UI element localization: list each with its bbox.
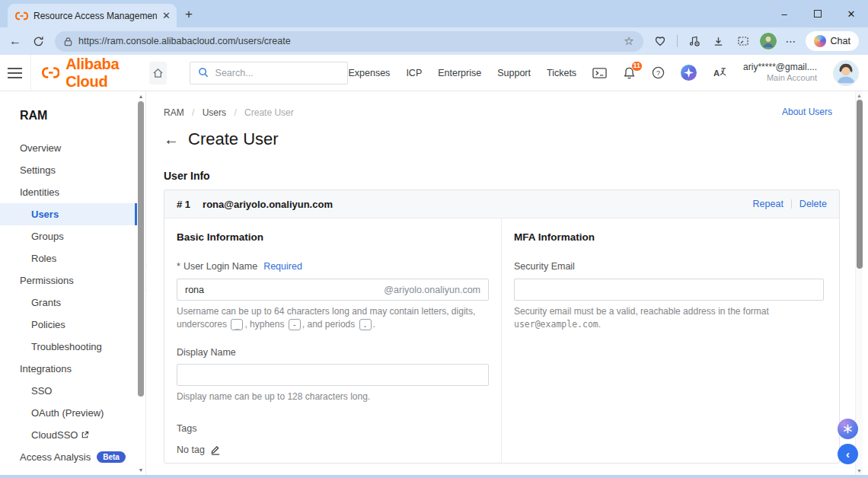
nav-support[interactable]: Support [497, 68, 531, 78]
browser-profile-avatar[interactable] [760, 33, 777, 49]
no-tag-text: No tag [177, 445, 205, 455]
security-email-label: Security Email [514, 261, 824, 272]
hamburger-menu-icon[interactable] [0, 55, 31, 91]
account-menu[interactable]: ariy*****@gmail.... Main Account [743, 62, 817, 84]
breadcrumb-ram[interactable]: RAM [164, 107, 184, 118]
content-scroll-up-icon[interactable]: ▲ [856, 93, 863, 98]
sidebar-item-policies[interactable]: Policies [0, 314, 137, 336]
sidebar-item-groups[interactable]: Groups [0, 225, 137, 247]
security-email-input[interactable] [522, 285, 815, 295]
copilot-chat-button[interactable]: Chat [806, 31, 859, 51]
brand-text: Alibaba Cloud [65, 56, 139, 91]
display-name-input[interactable] [185, 370, 480, 381]
sidebar-item-overview[interactable]: Overview [0, 137, 137, 159]
repeat-button[interactable]: Repeat [753, 199, 783, 209]
sidebar-title: RAM [20, 109, 145, 123]
svg-text:?: ? [656, 69, 660, 77]
search-input[interactable] [215, 68, 340, 78]
new-tab-button[interactable]: + [185, 7, 193, 22]
back-button[interactable]: ← [9, 35, 21, 47]
display-name-hint: Display name can be up to 128 characters… [177, 390, 489, 403]
browser-essentials-icon[interactable] [653, 35, 668, 47]
cloudshell-icon[interactable] [592, 67, 607, 79]
screenshot-icon[interactable] [736, 35, 751, 47]
downloads-icon[interactable] [711, 36, 726, 47]
sidebar: RAM Overview Settings Identities Users G… [0, 91, 146, 475]
console-search[interactable] [190, 62, 349, 84]
reload-button[interactable] [30, 36, 46, 47]
nav-icp[interactable]: ICP [406, 68, 422, 78]
account-avatar[interactable] [833, 60, 859, 86]
beta-badge: Beta [97, 451, 126, 463]
login-domain-suffix: @ariyolo.onaliyun.com [384, 285, 480, 295]
login-name-hint: Username can be up to 64 characters long… [177, 305, 489, 331]
browser-menu-icon[interactable]: ⋯ [786, 36, 796, 46]
sidebar-item-permissions[interactable]: Permissions [0, 269, 137, 292]
browser-tab[interactable]: Resource Access Management Con ✕ [8, 4, 177, 27]
sidebar-item-cloudsso[interactable]: CloudSSO [0, 424, 137, 446]
sidebar-item-users[interactable]: Users [0, 203, 137, 225]
content-scrollbar-thumb[interactable] [857, 100, 863, 269]
favorite-star-icon[interactable]: ☆ [624, 34, 633, 48]
page-back-arrow[interactable]: ← [164, 132, 179, 147]
security-email-field[interactable] [514, 279, 824, 301]
nav-tickets[interactable]: Tickets [547, 68, 576, 78]
nav-enterprise[interactable]: Enterprise [438, 68, 481, 78]
home-button[interactable] [149, 62, 166, 84]
display-name-field[interactable] [177, 364, 489, 386]
tags-label: Tags [177, 423, 489, 434]
content-scrollbar[interactable]: ▲ ▼ [855, 91, 863, 475]
alibaba-cloud-logo[interactable]: Alibaba Cloud [42, 56, 139, 91]
breadcrumb-users[interactable]: Users [203, 107, 226, 118]
notification-count-badge: 11 [631, 61, 643, 72]
about-users-link[interactable]: About Users [782, 107, 832, 117]
sidebar-scrollbar-thumb[interactable] [138, 101, 144, 397]
help-icon[interactable]: ? [652, 66, 665, 79]
account-email: ariy*****@gmail.... [743, 62, 817, 73]
svg-text:A: A [713, 69, 720, 78]
ai-assistant-button[interactable] [838, 419, 858, 439]
community-icon[interactable] [681, 65, 697, 81]
window-maximize-button[interactable] [801, 8, 834, 20]
browser-titlebar: Resource Access Management Con ✕ + – ✕ [0, 0, 868, 27]
security-email-hint: Security email must be a valid, reachabl… [514, 305, 824, 331]
sidebar-item-sso[interactable]: SSO [0, 380, 137, 402]
tab-close-icon[interactable]: ✕ [162, 11, 171, 21]
kbd-period: . [359, 319, 372, 330]
login-name-label: *User Login NameRequired [177, 261, 489, 272]
console-header: Alibaba Cloud Expenses ICP Enterprise Su… [0, 55, 868, 91]
sidebar-item-grants[interactable]: Grants [0, 292, 137, 314]
sidebar-item-roles[interactable]: Roles [0, 247, 137, 269]
sidebar-item-oauth[interactable]: OAuth (Preview) [0, 402, 137, 424]
sidebar-scrollbar[interactable]: ▲ ▼ [137, 91, 145, 475]
notifications-bell-icon[interactable]: 11 [623, 66, 636, 80]
basic-information-heading: Basic Information [177, 231, 489, 243]
display-name-label: Display Name [177, 347, 489, 358]
account-type: Main Account [743, 73, 817, 84]
expand-panel-button[interactable]: ‹ [838, 444, 858, 464]
user-full-login: rona@ariyolo.onaliyun.com [203, 199, 333, 210]
content-scroll-down-icon[interactable]: ▼ [856, 468, 863, 473]
address-bar[interactable]: https://ram.console.alibabacloud.com/use… [55, 31, 643, 52]
login-name-field[interactable]: @ariyolo.onaliyun.com [177, 279, 489, 301]
user-card: # 1 rona@ariyolo.onaliyun.com Repeat Del… [164, 190, 840, 464]
delete-button[interactable]: Delete [799, 199, 827, 209]
sidebar-item-settings[interactable]: Settings [0, 159, 137, 181]
sidebar-item-access-analysis[interactable]: Access Analysis Beta [0, 446, 137, 468]
window-close-button[interactable]: ✕ [834, 8, 868, 20]
login-name-input[interactable] [185, 285, 384, 295]
sidebar-item-troubleshooting[interactable]: Troubleshooting [0, 336, 137, 358]
required-label: Required [263, 261, 302, 272]
media-controls-icon[interactable] [687, 35, 702, 47]
nav-expenses[interactable]: Expenses [348, 68, 390, 78]
scroll-up-icon[interactable]: ▲ [137, 94, 145, 99]
sidebar-item-identities[interactable]: Identities [0, 181, 137, 203]
sidebar-item-integrations[interactable]: Integrations [0, 358, 137, 380]
language-switch-icon[interactable]: A [713, 66, 727, 79]
user-row-number: # 1 [177, 199, 190, 210]
edit-tag-pencil-icon[interactable] [210, 445, 220, 455]
window-minimize-button[interactable]: – [767, 8, 801, 20]
scroll-down-icon[interactable]: ▼ [137, 467, 145, 473]
chat-label: Chat [831, 36, 850, 46]
tab-title: Resource Access Management Con [34, 11, 157, 21]
